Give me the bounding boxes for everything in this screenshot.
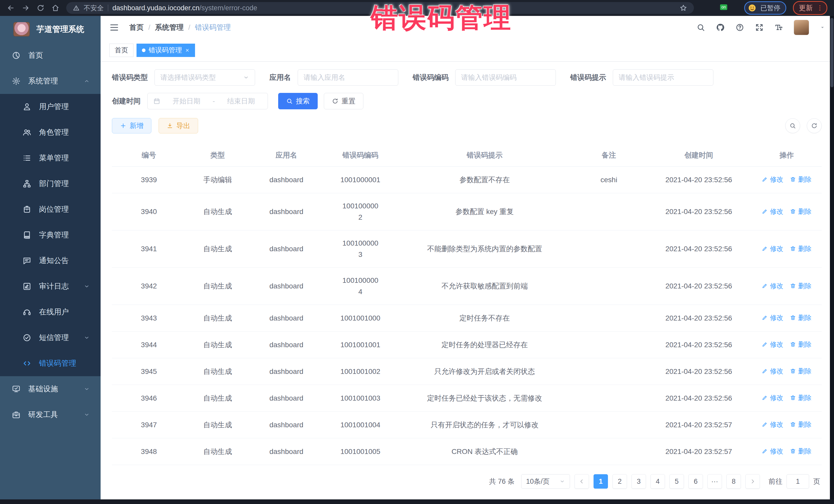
font-size-icon[interactable] bbox=[774, 23, 783, 32]
delete-link[interactable]: 删除 bbox=[790, 366, 811, 377]
delete-link[interactable]: 删除 bbox=[790, 280, 811, 291]
sidebar-item-短信管理[interactable]: 短信管理 bbox=[0, 325, 101, 351]
sidebar-item-用户管理[interactable]: 用户管理 bbox=[0, 94, 101, 119]
delete-link[interactable]: 删除 bbox=[790, 243, 811, 254]
delete-link[interactable]: 删除 bbox=[790, 312, 811, 323]
page-button-1[interactable]: 1 bbox=[594, 474, 608, 489]
bookmark-star-icon[interactable] bbox=[680, 4, 687, 12]
add-button[interactable]: 新增 bbox=[112, 118, 151, 133]
sidebar-item-字典管理[interactable]: 字典管理 bbox=[0, 222, 101, 248]
reload-icon[interactable] bbox=[37, 4, 45, 12]
page-button-8[interactable]: 8 bbox=[726, 474, 741, 489]
edit-link[interactable]: 修改 bbox=[762, 339, 783, 350]
sidebar-item-在线用户[interactable]: 在线用户 bbox=[0, 299, 101, 325]
forward-icon[interactable] bbox=[22, 4, 30, 12]
github-icon[interactable] bbox=[716, 23, 725, 32]
sidebar-item-菜单管理[interactable]: 菜单管理 bbox=[0, 145, 101, 171]
delete-icon bbox=[790, 448, 796, 454]
header-search-icon[interactable] bbox=[697, 23, 705, 32]
cell-time: 2021-04-20 23:52:56 bbox=[646, 167, 752, 193]
edit-link[interactable]: 修改 bbox=[762, 312, 783, 323]
sidebar-item-岗位管理[interactable]: 岗位管理 bbox=[0, 197, 101, 222]
search-icon bbox=[286, 98, 293, 105]
page-scrollbar[interactable] bbox=[830, 16, 834, 499]
tab-close-icon[interactable] bbox=[185, 48, 190, 52]
table-header-row: 编号类型应用名错误码编码错误码提示备注创建时间操作 bbox=[112, 144, 822, 167]
error-code-table: 编号类型应用名错误码编码错误码提示备注创建时间操作 3939手动编辑dashbo… bbox=[112, 144, 822, 465]
edit-link[interactable]: 修改 bbox=[762, 280, 783, 291]
delete-link[interactable]: 删除 bbox=[790, 445, 811, 457]
reset-button[interactable]: 重置 bbox=[324, 93, 364, 109]
page-button-3[interactable]: 3 bbox=[632, 474, 646, 489]
start-date-placeholder[interactable]: 开始日期 bbox=[166, 96, 207, 106]
page-button-5[interactable]: 5 bbox=[670, 474, 684, 489]
end-date-placeholder[interactable]: 结束日期 bbox=[220, 96, 262, 106]
users-icon bbox=[23, 128, 31, 137]
export-button[interactable]: 导出 bbox=[159, 118, 198, 133]
browser-update-button[interactable]: 更新 bbox=[793, 1, 827, 15]
delete-link[interactable]: 删除 bbox=[790, 206, 811, 217]
back-icon[interactable] bbox=[7, 4, 15, 12]
sidebar-item-系统管理[interactable]: 系统管理 bbox=[0, 68, 101, 94]
edit-icon bbox=[762, 314, 768, 321]
delete-link[interactable]: 删除 bbox=[790, 174, 811, 185]
tab-error-code[interactable]: 错误码管理 bbox=[136, 44, 195, 57]
tab-home[interactable]: 首页 bbox=[109, 44, 133, 57]
page-button-2[interactable]: 2 bbox=[613, 474, 627, 489]
edit-link[interactable]: 修改 bbox=[762, 392, 783, 403]
edit-link[interactable]: 修改 bbox=[762, 445, 783, 457]
sidebar-item-首页[interactable]: 首页 bbox=[0, 43, 101, 68]
error-code-input[interactable] bbox=[461, 74, 550, 82]
edit-link[interactable]: 修改 bbox=[762, 206, 783, 217]
edit-link[interactable]: 修改 bbox=[762, 174, 783, 185]
page-size-select[interactable]: 10条/页 bbox=[521, 474, 570, 489]
fullscreen-icon[interactable] bbox=[755, 23, 764, 32]
app-name-input[interactable] bbox=[304, 74, 392, 82]
edit-icon bbox=[762, 176, 768, 182]
cell-code: 1001001005 bbox=[323, 438, 397, 465]
sidebar-item-角色管理[interactable]: 角色管理 bbox=[0, 119, 101, 145]
app-logo[interactable]: 芋道管理系统 bbox=[0, 16, 101, 43]
refresh-table-button[interactable] bbox=[807, 118, 822, 133]
scrollbar-thumb[interactable] bbox=[830, 18, 833, 87]
error-hint-input[interactable] bbox=[619, 74, 707, 82]
create-time-range-picker[interactable]: 开始日期 - 结束日期 bbox=[147, 93, 268, 109]
search-button[interactable]: 搜索 bbox=[278, 93, 318, 109]
sidebar-item-错误码管理[interactable]: 错误码管理 bbox=[0, 351, 101, 376]
page-button-6[interactable]: 6 bbox=[688, 474, 703, 489]
cell-actions: 修改删除 bbox=[752, 231, 822, 268]
filter-app-name: 应用名 bbox=[269, 69, 398, 86]
page-button-4[interactable]: 4 bbox=[651, 474, 665, 489]
sidebar-item-研发工具[interactable]: 研发工具 bbox=[0, 402, 101, 428]
error-type-select[interactable]: 请选择错误码类型 bbox=[154, 69, 255, 86]
delete-link[interactable]: 删除 bbox=[790, 339, 811, 350]
filter-label: 错误码编码 bbox=[413, 73, 448, 82]
prev-page-button[interactable] bbox=[575, 474, 589, 489]
breadcrumb-home[interactable]: 首页 bbox=[129, 23, 144, 32]
next-page-button[interactable] bbox=[745, 474, 760, 489]
page-more-button[interactable]: ··· bbox=[707, 474, 722, 489]
edit-label: 修改 bbox=[770, 419, 783, 430]
delete-link[interactable]: 删除 bbox=[790, 419, 811, 430]
help-icon[interactable] bbox=[736, 23, 744, 32]
cell-id: 3946 bbox=[112, 385, 186, 412]
sidebar-collapse-icon[interactable] bbox=[109, 23, 119, 32]
sidebar-item-通知公告[interactable]: 通知公告 bbox=[0, 248, 101, 273]
goto-page-input[interactable] bbox=[787, 474, 809, 489]
toggle-search-button[interactable] bbox=[785, 118, 800, 133]
edit-link[interactable]: 修改 bbox=[762, 366, 783, 377]
sidebar-item-基础设施[interactable]: 基础设施 bbox=[0, 376, 101, 402]
sidebar-item-审计日志[interactable]: 审计日志 bbox=[0, 273, 101, 299]
delete-link[interactable]: 删除 bbox=[790, 392, 811, 403]
edit-link[interactable]: 修改 bbox=[762, 419, 783, 430]
chevron-up-icon bbox=[84, 78, 90, 84]
calendar-icon bbox=[153, 97, 160, 105]
home-icon[interactable] bbox=[51, 4, 60, 12]
user-menu-caret-icon[interactable] bbox=[820, 25, 825, 30]
user-avatar[interactable] bbox=[794, 20, 809, 35]
browser-menu-icon[interactable] bbox=[816, 4, 824, 12]
profile-paused-badge[interactable]: 已暂停 bbox=[744, 1, 786, 15]
edit-link[interactable]: 修改 bbox=[762, 243, 783, 254]
sidebar-item-部门管理[interactable]: 部门管理 bbox=[0, 171, 101, 197]
breadcrumb-system[interactable]: 系统管理 bbox=[155, 23, 184, 32]
